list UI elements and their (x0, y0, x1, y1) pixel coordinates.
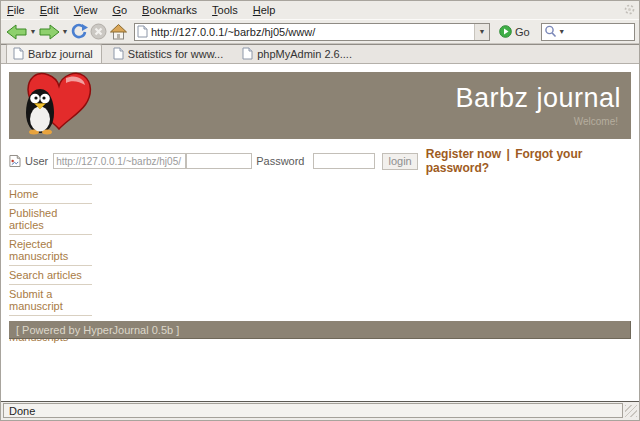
menu-help[interactable]: Help (253, 4, 276, 16)
page-icon (242, 47, 253, 60)
home-icon (109, 23, 128, 40)
stop-icon (90, 23, 107, 40)
tab-bar: Barbz journalStatistics for www...phpMyA… (1, 44, 639, 64)
link-separator: | (506, 147, 509, 161)
search-input[interactable] (567, 25, 632, 39)
sidebar-link-rejected-manuscripts[interactable]: Rejected manuscripts (9, 235, 92, 266)
sidebar-link-search-articles[interactable]: Search articles (9, 266, 92, 285)
page-icon (137, 25, 148, 38)
home-button[interactable] (108, 21, 129, 42)
tab-phpmyadmin-2-6[interactable]: phpMyAdmin 2.6.... (236, 45, 360, 63)
site-title: Barbz journal (455, 83, 621, 114)
menu-bookmarks[interactable]: Bookmarks (142, 4, 197, 16)
page-icon (13, 47, 24, 60)
user-field[interactable] (186, 153, 252, 169)
forward-button[interactable] (37, 21, 61, 42)
sidebar-link-home[interactable]: Home (9, 185, 92, 204)
register-link[interactable]: Register now (426, 147, 501, 161)
tab-label: Barbz journal (28, 48, 93, 60)
throbber-icon (623, 3, 636, 18)
resize-grip[interactable] (625, 405, 637, 417)
status-box: Done (3, 403, 623, 418)
tab-label: phpMyAdmin 2.6.... (257, 48, 352, 60)
go-button[interactable]: Go (499, 25, 530, 38)
user-url-field[interactable] (53, 153, 186, 169)
search-icon (544, 25, 557, 38)
page-icon (113, 47, 124, 60)
go-icon (499, 25, 512, 38)
url-dropdown-arrow-icon: ▼ (478, 28, 486, 35)
heart-penguin-logo (19, 71, 97, 139)
url-dropdown-button[interactable]: ▼ (474, 24, 489, 40)
password-field[interactable] (313, 153, 375, 169)
sidebar-link-published-articles[interactable]: Published articles (9, 204, 92, 235)
page-viewport: Barbz journal Welcome! User Password log… (1, 64, 639, 401)
url-input[interactable] (151, 25, 474, 39)
menu-tools[interactable]: Tools (212, 4, 238, 16)
password-label: Password (256, 155, 304, 167)
user-label: User (25, 155, 48, 167)
url-bar: ▼ (134, 23, 490, 41)
login-bar: User Password login Register now | Forgo… (9, 151, 631, 171)
sidebar-link-submit-a-manuscript[interactable]: Submit a manuscript (9, 285, 92, 316)
page-footer-band: [ Powered by HyperJournal 0.5b ] (9, 321, 631, 339)
status-bar: Done (1, 401, 639, 420)
reload-icon (70, 23, 88, 40)
forward-icon (38, 24, 60, 40)
go-label: Go (515, 26, 530, 38)
broken-image-icon (9, 154, 21, 168)
menu-bar: FileEditViewGoBookmarksToolsHelp (1, 1, 639, 19)
login-button[interactable]: login (382, 153, 417, 170)
page-header-band: Barbz journal Welcome! (9, 72, 631, 139)
auth-links: Register now | Forgot your password? (426, 147, 631, 175)
back-dropdown-arrow-icon[interactable]: ▼ (29, 28, 37, 35)
forward-dropdown-arrow-icon[interactable]: ▼ (61, 28, 69, 35)
back-button[interactable] (5, 21, 29, 42)
tab-statistics-for-www[interactable]: Statistics for www... (107, 45, 231, 63)
powered-by-text: [ Powered by HyperJournal 0.5b ] (16, 324, 179, 336)
menu-items: FileEditViewGoBookmarksToolsHelp (7, 4, 275, 16)
browser-window: FileEditViewGoBookmarksToolsHelp ▼ ▼ (0, 0, 640, 421)
search-box: ▼ (541, 23, 635, 41)
menu-go[interactable]: Go (112, 4, 127, 16)
menu-view[interactable]: View (74, 4, 98, 16)
menu-edit[interactable]: Edit (40, 4, 59, 16)
toolbar: ▼ ▼ (1, 19, 639, 44)
tab-barbz-journal[interactable]: Barbz journal (6, 44, 102, 63)
menu-file[interactable]: File (7, 4, 25, 16)
search-dropdown-arrow-icon[interactable]: ▼ (558, 28, 566, 35)
welcome-text: Welcome! (574, 116, 618, 127)
stop-button[interactable] (89, 21, 108, 42)
reload-button[interactable] (69, 21, 89, 42)
tab-label: Statistics for www... (128, 48, 223, 60)
status-text: Done (9, 405, 35, 417)
back-icon (6, 24, 28, 40)
